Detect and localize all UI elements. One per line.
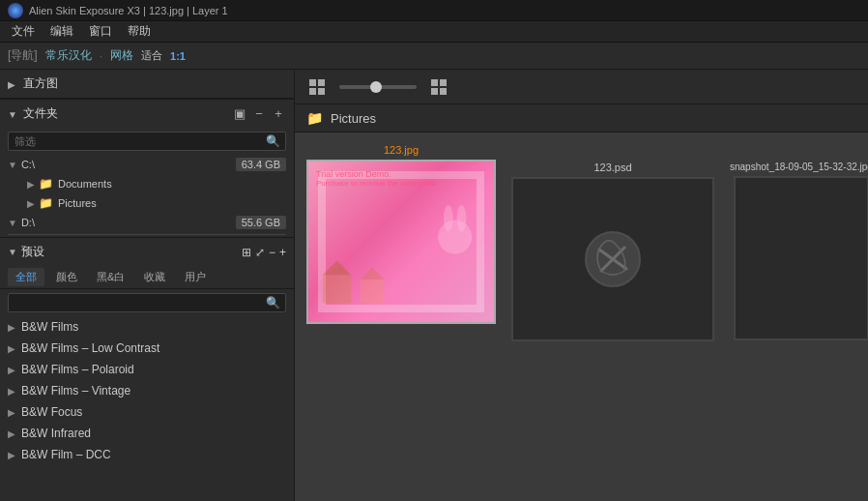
right-panel: 📁 Pictures 123.jpg Trial version Demo. P… (295, 70, 868, 501)
svg-rect-2 (309, 88, 316, 95)
pictures-label: Pictures (58, 197, 97, 209)
preset-bw-films[interactable]: ▶ B&W Films (0, 316, 294, 338)
drive-d[interactable]: ▼ D:\ 55.6 GB (0, 213, 294, 232)
sub-pictures[interactable]: ▶ 📁 Pictures (0, 193, 294, 213)
tab-favorites[interactable]: 收藏 (136, 268, 173, 286)
nav-fit-label[interactable]: 适合 (141, 48, 162, 63)
error-icon (513, 179, 712, 339)
tab-all[interactable]: 全部 (8, 268, 44, 286)
tab-color[interactable]: 颜色 (48, 268, 85, 286)
svg-rect-10 (361, 280, 384, 303)
menu-help[interactable]: 帮助 (120, 21, 159, 42)
pink-image: Trial version Demo. Purchase to remove t… (308, 162, 494, 322)
preset-bw-films-vintage[interactable]: ▶ B&W Films – Vintage (0, 380, 294, 401)
file-title: 文件夹 (23, 105, 232, 122)
thumb-snapshot-box[interactable] (734, 176, 868, 340)
pictures-folder-icon: 📁 (39, 196, 53, 210)
svg-rect-0 (309, 79, 316, 86)
preset-bw-infrared[interactable]: ▶ B&W Infrared (0, 423, 294, 444)
presets-title: 预设 (21, 244, 242, 260)
drive-c-size: 63.4 GB (236, 158, 286, 171)
filter-input[interactable] (8, 132, 286, 151)
file-browser: 📁 Pictures 123.jpg Trial version Demo. P… (295, 104, 868, 501)
thumbnails-grid: 123.jpg Trial version Demo. Purchase to … (295, 133, 868, 501)
thumb-123psd-box[interactable] (511, 177, 714, 341)
tab-user[interactable]: 用户 (177, 268, 214, 286)
svg-rect-5 (440, 79, 447, 86)
thumb-snapshot[interactable]: snapshot_18-09-05_15-32-32.jpg (730, 162, 868, 340)
nav-separator: · (100, 49, 102, 63)
nav-link-grid[interactable]: 网格 (110, 47, 133, 64)
sub-documents[interactable]: ▶ 📁 Documents (0, 174, 294, 193)
presets-icon-plus[interactable]: + (279, 246, 286, 259)
thumb-snapshot-name: snapshot_18-09-05_15-32-32.jpg (730, 162, 868, 172)
preset-bw-films-polaroid[interactable]: ▶ B&W Films – Polaroid (0, 359, 294, 380)
browser-path: 📁 Pictures (295, 104, 868, 133)
filter-row: 🔍 (0, 128, 294, 155)
presets-header[interactable]: ▼ 预设 ⊞ ⤢ − + (0, 238, 294, 266)
file-header[interactable]: ▼ 文件夹 ▣ − + (0, 100, 294, 128)
preset-bw-films-low-arrow: ▶ (8, 343, 15, 354)
preset-bw-dcc-arrow: ▶ (8, 450, 15, 460)
nav-prefix: [导航] (8, 47, 38, 64)
drive-d-label: D:\ (21, 217, 236, 228)
thumb-123psd[interactable]: 123.psd (511, 162, 714, 341)
presets-icon-grid[interactable]: ⊞ (242, 246, 251, 259)
presets-search: 🔍 (0, 289, 294, 316)
app-logo (8, 3, 23, 18)
histogram-title: 直方图 (23, 75, 286, 92)
preset-bw-infrared-arrow: ▶ (8, 428, 15, 439)
presets-icon-expand[interactable]: ⤢ (255, 246, 265, 259)
tab-bw[interactable]: 黑&白 (89, 268, 132, 286)
drive-d-arrow: ▼ (8, 218, 17, 228)
file-icon-view[interactable]: ▣ (232, 106, 247, 122)
presets-search-icon: 🔍 (266, 296, 280, 309)
divider (8, 234, 286, 235)
file-icon-plus[interactable]: + (271, 106, 286, 122)
grid-view-btn[interactable] (306, 76, 328, 98)
file-icon-minus[interactable]: − (251, 106, 267, 122)
preset-bw-focus[interactable]: ▶ B&W Focus (0, 401, 294, 423)
thumb-123jpg-box[interactable]: Trial version Demo. Purchase to remove t… (306, 160, 496, 324)
preset-bw-films-label: B&W Films (21, 320, 78, 334)
nav-link-localize[interactable]: 常乐汉化 (45, 47, 92, 64)
menu-edit[interactable]: 编辑 (43, 21, 81, 42)
presets-search-input[interactable] (8, 293, 286, 312)
browser-path-label: Pictures (331, 111, 376, 126)
svg-marker-11 (361, 267, 384, 280)
svg-point-13 (444, 205, 453, 231)
file-section: ▼ 文件夹 ▣ − + 🔍 ▼ C:\ 63.4 GB ▶ (0, 100, 294, 238)
zoom-slider[interactable] (339, 85, 417, 89)
histogram-header[interactable]: ▶ 直方图 (0, 70, 294, 99)
browser-folder-icon: 📁 (306, 110, 323, 126)
presets-arrow: ▼ (8, 247, 17, 257)
drive-d-size: 55.6 GB (236, 216, 286, 229)
preset-bw-films-vin-arrow: ▶ (8, 386, 15, 397)
preset-bw-films-low[interactable]: ▶ B&W Films – Low Contrast (0, 338, 294, 359)
preset-bw-focus-label: B&W Focus (21, 405, 82, 419)
nav-ratio-label[interactable]: 1:1 (170, 50, 186, 62)
menu-window[interactable]: 窗口 (81, 21, 120, 42)
histogram-section: ▶ 直方图 (0, 70, 294, 100)
presets-tabs: 全部 颜色 黑&白 收藏 用户 (0, 266, 294, 289)
left-panel: ▶ 直方图 ▼ 文件夹 ▣ − + 🔍 ▼ C:\ (0, 70, 295, 501)
thumb-123jpg[interactable]: 123.jpg Trial version Demo. Purchase to … (306, 144, 496, 324)
presets-section: ▼ 预设 ⊞ ⤢ − + 全部 颜色 黑&白 收藏 用户 🔍 (0, 238, 294, 501)
menu-file[interactable]: 文件 (4, 21, 43, 42)
svg-rect-6 (431, 88, 438, 95)
presets-icon-minus[interactable]: − (269, 246, 275, 259)
large-grid-btn[interactable] (428, 76, 449, 98)
zoom-slider-thumb[interactable] (370, 81, 382, 93)
drive-c-arrow: ▼ (8, 160, 17, 170)
file-arrow: ▼ (8, 109, 17, 119)
documents-arrow: ▶ (27, 179, 35, 190)
svg-rect-4 (431, 79, 438, 86)
svg-marker-9 (323, 261, 351, 276)
preset-bw-dcc[interactable]: ▶ B&W Film – DCC (0, 444, 294, 465)
preset-bw-films-pol-label: B&W Films – Polaroid (21, 363, 134, 376)
presets-header-icons: ⊞ ⤢ − + (242, 246, 286, 259)
drive-c[interactable]: ▼ C:\ 63.4 GB (0, 155, 294, 174)
preset-bw-films-arrow: ▶ (8, 322, 15, 333)
svg-point-14 (457, 205, 467, 231)
preset-bw-films-vin-label: B&W Films – Vintage (21, 384, 130, 398)
